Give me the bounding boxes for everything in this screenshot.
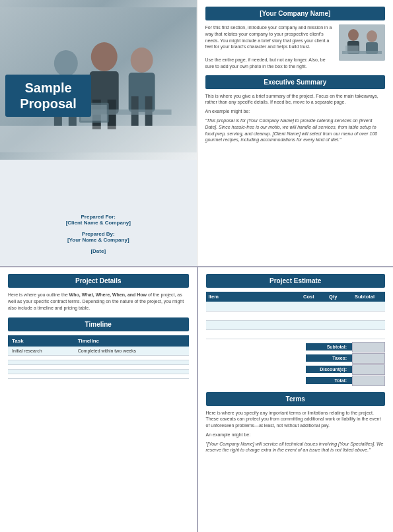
- estimate-header: Project Estimate: [206, 274, 386, 288]
- svg-rect-16: [0, 126, 197, 152]
- svg-rect-17: [339, 24, 385, 61]
- task-cell: [8, 370, 74, 374]
- timeline-table: Task Timeline Initial researchCompleted …: [8, 335, 189, 379]
- cost-cell: [295, 329, 322, 339]
- item-cell: [206, 320, 296, 329]
- svg-point-9: [131, 48, 153, 73]
- taxes-value: [352, 353, 385, 364]
- date-value: [Date]: [0, 248, 197, 254]
- timeline-cell: [74, 360, 189, 365]
- prepared-for: Prepared For: [Client Name & Company]: [0, 214, 197, 226]
- qty-cell: [322, 329, 344, 339]
- svg-point-18: [348, 29, 359, 41]
- intro-body: For this first section, introduce your c…: [205, 24, 336, 70]
- estimate-table: Item Cost Qty Subtotal: [206, 292, 386, 339]
- prepared-by-label: Prepared By:: [0, 231, 197, 237]
- task-column-header: Task: [8, 335, 74, 347]
- timeline-cell: [74, 356, 189, 360]
- timeline-row: Initial researchCompleted within two wee…: [8, 347, 189, 356]
- prepared-for-label: Prepared For:: [0, 214, 197, 220]
- estimate-row: [206, 302, 386, 311]
- subtotal-cell: [344, 320, 385, 329]
- total-value: [352, 376, 385, 386]
- project-body-text: Here is where you outline the Who, What,…: [8, 292, 189, 311]
- item-cell: [206, 311, 296, 320]
- prepared-for-value: [Client Name & Company]: [0, 220, 197, 226]
- discount-value: [352, 364, 385, 375]
- discount-row: Discount(s):: [306, 364, 385, 375]
- exec-quote: "This proposal is for [Your Company Name…: [205, 117, 386, 143]
- subtotal-row: Subtotal:: [306, 342, 385, 352]
- timeline-table-body: Initial researchCompleted within two wee…: [8, 347, 189, 379]
- exec-summary-text: This is where you give a brief summary o…: [205, 93, 386, 106]
- estimate-row: [206, 320, 386, 329]
- task-cell: [8, 356, 74, 360]
- svg-rect-23: [345, 46, 359, 53]
- intro-content: For this first section, introduce your c…: [205, 24, 386, 70]
- task-cell: [8, 360, 74, 365]
- company-name-header: [Your Company Name]: [205, 7, 386, 20]
- cover-title: Sample Proposal: [15, 80, 82, 112]
- exec-example-label: An example might be:: [205, 108, 386, 115]
- subtotal-cell: [344, 302, 385, 311]
- terms-example-label: An example might be:: [206, 432, 386, 438]
- svg-point-1: [54, 50, 78, 77]
- qty-cell: [322, 320, 344, 329]
- prepared-by-value: [Your Name & Company]: [0, 237, 197, 243]
- cost-col-header: Cost: [295, 292, 322, 302]
- cost-cell: [295, 302, 322, 311]
- timeline-row: [8, 374, 189, 379]
- project-details-header: Project Details: [8, 274, 189, 288]
- timeline-cell: Completed within two weeks: [74, 347, 189, 356]
- intro-photo: [339, 24, 385, 61]
- exec-summary-header: Executive Summary: [205, 75, 386, 89]
- estimate-table-body: [206, 302, 386, 339]
- total-label: Total:: [306, 377, 352, 384]
- estimate-table-head: Item Cost Qty Subtotal: [206, 292, 386, 302]
- discount-label: Discount(s):: [306, 366, 352, 373]
- prepared-by: Prepared By: [Your Name & Company]: [0, 231, 197, 243]
- terms-quote: "[Your Company Name] will service all te…: [206, 441, 386, 454]
- timeline-row: [8, 370, 189, 374]
- item-col-header: Item: [206, 292, 296, 302]
- timeline-row: [8, 356, 189, 360]
- svg-point-20: [367, 30, 377, 42]
- timeline-cell: [74, 370, 189, 374]
- qty-cell: [322, 311, 344, 320]
- timeline-row: [8, 360, 189, 365]
- item-cell: [206, 329, 296, 339]
- timeline-header: Timeline: [8, 317, 189, 331]
- subtotal-cell: [344, 329, 385, 339]
- taxes-row: Taxes:: [306, 353, 385, 364]
- subtotal-cell: [344, 311, 385, 320]
- timeline-cell: [74, 365, 189, 370]
- cover-title-block: Sample Proposal: [5, 75, 91, 117]
- project-page: Project Details Here is where you outlin…: [0, 266, 197, 532]
- total-row: Total:: [306, 376, 385, 386]
- cover-info: Prepared For: [Client Name & Company] Pr…: [0, 214, 197, 259]
- timeline-column-header: Timeline: [74, 335, 189, 347]
- qty-col-header: Qty: [322, 292, 344, 302]
- terms-header: Terms: [206, 392, 386, 406]
- estimate-row: [206, 329, 386, 339]
- subtotal-col-header: Subtotal: [344, 292, 385, 302]
- estimate-page: Project Estimate Item Cost Qty Subtotal …: [197, 266, 394, 532]
- intro-page: [Your Company Name] For this first secti…: [197, 0, 394, 266]
- timeline-table-head: Task Timeline: [8, 335, 189, 347]
- svg-point-5: [91, 42, 118, 71]
- timeline-row: [8, 365, 189, 370]
- task-cell: [8, 374, 74, 379]
- terms-text1: Here is where you specify any important …: [206, 410, 386, 429]
- totals-section: Subtotal: Taxes: Discount(s): Total:: [206, 342, 386, 387]
- subtotal-value: [352, 342, 385, 352]
- cost-cell: [295, 320, 322, 329]
- date-field: [Date]: [0, 248, 197, 254]
- task-cell: [8, 365, 74, 370]
- task-cell: Initial research: [8, 347, 74, 356]
- estimate-row: [206, 311, 386, 320]
- qty-cell: [322, 302, 344, 311]
- taxes-label: Taxes:: [306, 354, 352, 362]
- cover-page: Sample Proposal Prepared For: [Client Na…: [0, 0, 197, 266]
- timeline-cell: [74, 374, 189, 379]
- item-cell: [206, 302, 296, 311]
